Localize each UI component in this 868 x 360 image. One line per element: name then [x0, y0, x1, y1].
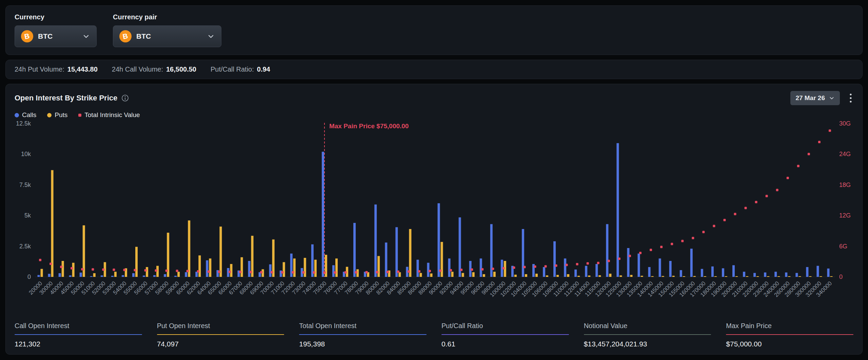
chevron-down-icon	[207, 32, 215, 40]
kebab-menu-icon[interactable]	[848, 92, 853, 105]
put-volume-value: 15,443.80	[67, 65, 98, 73]
stat-underline	[15, 334, 142, 335]
info-icon[interactable]	[121, 94, 129, 102]
svg-text:30G: 30G	[839, 120, 851, 127]
put-call-ratio-label: Put/Call Ratio:	[211, 65, 254, 73]
put-volume-stat: 24h Put Volume: 15,443.80	[15, 65, 98, 73]
svg-text:12G: 12G	[839, 212, 851, 219]
legend-puts[interactable]: Puts	[47, 111, 67, 119]
stat-put-call-ratio: Put/Call Ratio 0.61	[441, 322, 569, 348]
legend-puts-label: Puts	[55, 111, 67, 119]
currency-label: Currency	[15, 13, 97, 21]
svg-text:18G: 18G	[839, 182, 851, 188]
summary-stats: Call Open Interest 121,302 Put Open Inte…	[15, 322, 853, 348]
svg-text:0: 0	[27, 273, 31, 280]
svg-text:Max Pain Price $75,000.00: Max Pain Price $75,000.00	[329, 122, 409, 130]
stat-total-open-interest: Total Open Interest 195,398	[299, 322, 427, 348]
stat-underline	[299, 334, 427, 335]
currency-control: Currency B BTC	[15, 13, 97, 47]
calls-marker-icon	[15, 113, 19, 117]
chart-legend: Calls Puts Total Intrinsic Value	[15, 111, 853, 119]
open-interest-panel: Open Interest By Strike Price 27 Mar 26	[5, 84, 863, 355]
chevron-down-icon	[82, 32, 90, 40]
expiry-value: 27 Mar 26	[795, 94, 825, 102]
svg-text:7.5k: 7.5k	[19, 182, 31, 188]
legend-intrinsic[interactable]: Total Intrinsic Value	[78, 111, 140, 119]
svg-text:2.5k: 2.5k	[19, 243, 31, 250]
stat-max-pain-price: Max Pain Price $75,000.00	[726, 322, 853, 348]
currency-pair-dropdown[interactable]: B BTC	[113, 25, 221, 47]
chart-area: 02.5k5k7.5k10k12.5k06G12G18G24G30G200003…	[15, 120, 853, 322]
intrinsic-marker-icon	[78, 114, 81, 117]
call-volume-value: 16,500.50	[166, 65, 196, 73]
call-volume-label: 24h Call Volume:	[112, 65, 163, 73]
chart-title: Open Interest By Strike Price	[15, 94, 117, 102]
svg-text:5k: 5k	[24, 212, 31, 219]
stat-underline	[441, 334, 569, 335]
btc-coin-icon: B	[21, 30, 33, 42]
btc-coin-icon: B	[119, 30, 132, 42]
currency-pair-control: Currency pair B BTC	[113, 13, 221, 47]
put-call-ratio-value: 0.94	[257, 65, 270, 73]
svg-text:10k: 10k	[21, 151, 31, 157]
put-call-ratio-stat: Put/Call Ratio: 0.94	[211, 65, 270, 73]
stat-underline	[157, 334, 284, 335]
stat-call-open-interest: Call Open Interest 121,302	[15, 322, 142, 348]
chevron-down-icon	[829, 95, 835, 101]
svg-text:24G: 24G	[839, 151, 851, 157]
currency-value: BTC	[38, 32, 53, 40]
chart-header: Open Interest By Strike Price 27 Mar 26	[15, 91, 853, 105]
strike-chart[interactable]: 02.5k5k7.5k10k12.5k06G12G18G24G30G200003…	[15, 120, 854, 318]
stat-notional-value: Notional Value $13,457,204,021.93	[584, 322, 711, 348]
options-dashboard: Currency B BTC Currency pair B BTC 24h P	[0, 0, 868, 360]
currency-dropdown[interactable]: B BTC	[15, 25, 97, 47]
chart-header-actions: 27 Mar 26	[790, 91, 853, 105]
currency-pair-value: BTC	[136, 32, 151, 40]
expiry-select[interactable]: 27 Mar 26	[790, 91, 840, 105]
stat-underline	[584, 334, 711, 335]
legend-calls[interactable]: Calls	[15, 111, 36, 119]
stat-put-open-interest: Put Open Interest 74,097	[157, 322, 284, 348]
legend-calls-label: Calls	[22, 111, 36, 119]
svg-text:6G: 6G	[839, 243, 847, 250]
svg-text:12.5k: 12.5k	[16, 120, 31, 127]
stat-underline	[726, 334, 853, 335]
currency-controls-panel: Currency B BTC Currency pair B BTC	[5, 5, 863, 55]
volume-stats-bar: 24h Put Volume: 15,443.80 24h Call Volum…	[5, 60, 863, 79]
put-volume-label: 24h Put Volume:	[15, 65, 64, 73]
svg-text:0: 0	[839, 273, 843, 280]
call-volume-stat: 24h Call Volume: 16,500.50	[112, 65, 196, 73]
legend-intrinsic-label: Total Intrinsic Value	[84, 111, 140, 119]
currency-pair-label: Currency pair	[113, 13, 221, 21]
puts-marker-icon	[47, 113, 52, 117]
